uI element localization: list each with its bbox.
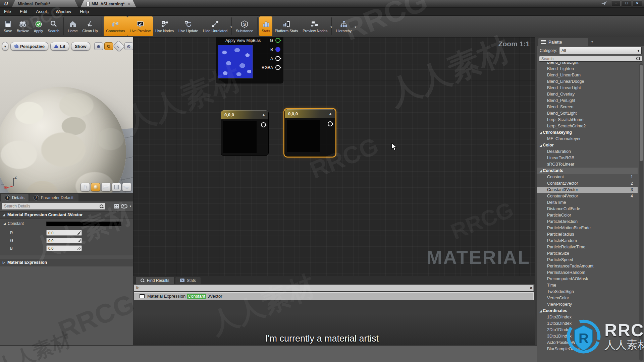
constant3vector-node-selected[interactable]: 0,0,0 ▲: [284, 109, 335, 157]
node-header[interactable]: 0,0,0 ▲: [221, 110, 268, 119]
tab-find-results[interactable]: Find Results: [136, 277, 174, 284]
lit-button[interactable]: Lit: [50, 42, 69, 51]
palette-item[interactable]: ◢Lerp_ScratchGrime: [537, 117, 638, 123]
palette-item[interactable]: ◢PrecomputedAOMask: [537, 276, 638, 282]
scrollbar-thumb[interactable]: [640, 65, 643, 161]
material-graph-canvas[interactable]: Zoom 1:1 MATERIAL Apply View MipBias G B…: [133, 37, 535, 276]
palette-item[interactable]: ◢ParticleRadius: [537, 231, 638, 238]
palette-item[interactable]: ◢LinearTosRGB: [537, 155, 638, 161]
palette-item[interactable]: ◢ParticleSize: [537, 250, 638, 257]
live-update-button[interactable]: Live Update: [176, 16, 201, 36]
tab-palette[interactable]: Palette: [538, 38, 588, 46]
palette-item[interactable]: ◢Blend_HardLight: [537, 62, 638, 66]
palette-item[interactable]: ◢Blend_PinLight: [537, 98, 638, 104]
rotate-tool-button[interactable]: ↻: [104, 42, 113, 50]
tab-mm-aslearning[interactable]: MM_ASLearning* ×: [80, 0, 136, 7]
teapot-shape-button[interactable]: [122, 183, 131, 191]
connectors-button[interactable]: Connectors: [104, 16, 127, 36]
output-pin[interactable]: [261, 122, 266, 127]
palette-item[interactable]: ◢Desaturation: [537, 148, 638, 155]
minimize-button[interactable]: −: [611, 0, 621, 6]
close-button[interactable]: ×: [633, 0, 642, 6]
home-button[interactable]: Home: [65, 16, 80, 36]
chevron-down-icon[interactable]: ▾: [355, 25, 356, 29]
section-header-constant3vector[interactable]: ◢ Material Expression Constant 3Vector: [0, 211, 133, 219]
menu-window[interactable]: Window: [56, 9, 71, 14]
palette-item[interactable]: ◢ViewProperty: [537, 301, 638, 308]
b-value-field[interactable]: 0.0: [46, 245, 82, 251]
menu-edit[interactable]: Edit: [20, 9, 27, 14]
sphere-shape-button[interactable]: [91, 183, 100, 191]
palette-item[interactable]: ◢PerInstanceFadeAmount: [537, 263, 638, 269]
node-header[interactable]: 0,0,0 ▲: [285, 109, 335, 118]
chevron-down-icon[interactable]: ▾: [230, 25, 232, 29]
cube-shape-button[interactable]: [112, 183, 121, 191]
palette-item[interactable]: ◢ParticleRandom: [537, 238, 638, 244]
find-results-search-input[interactable]: [134, 285, 534, 291]
hierarchy-button[interactable]: Hierarchy ▾: [333, 16, 354, 36]
palette-item[interactable]: ◢ParticleRelativeTime: [537, 244, 638, 250]
palette-item[interactable]: ◢Constant2Vector 2: [537, 180, 638, 187]
palette-item[interactable]: ◢Blend_SoftLight: [537, 110, 638, 117]
details-search-input[interactable]: [2, 203, 105, 210]
show-button[interactable]: Show: [71, 42, 90, 51]
palette-item[interactable]: ◢Blend_Screen: [537, 104, 638, 110]
tab-details[interactable]: i Details: [1, 194, 29, 201]
chevron-down-icon[interactable]: ▾: [129, 204, 131, 208]
palette-item[interactable]: ◢Time: [537, 282, 638, 289]
palette-scrollbar[interactable]: [639, 63, 643, 361]
tab-close-icon[interactable]: ×: [128, 2, 130, 6]
texture-sample-node[interactable]: Apply View MipBias G B A RGBA: [216, 37, 283, 83]
color-swatch[interactable]: [46, 222, 121, 226]
menu-help[interactable]: Help: [80, 9, 89, 14]
tab-minimal-default[interactable]: Minimal_Default*: [12, 0, 78, 7]
g-value-field[interactable]: 0.0: [46, 238, 82, 243]
palette-item[interactable]: ◢ParticleMotionBlurFade: [537, 225, 638, 231]
world-space-button[interactable]: ⊙: [124, 42, 133, 50]
tab-parameter-defaults[interactable]: i Parameter Default:: [30, 194, 79, 201]
collapse-node-icon[interactable]: ▲: [262, 113, 265, 116]
palette-item[interactable]: ◢ParticleDirection: [537, 219, 638, 225]
palette-item[interactable]: ◢Coordinates: [537, 308, 638, 314]
palette-item[interactable]: ◢Constant3Vector 3: [537, 187, 638, 193]
palette-item[interactable]: ◢Color: [537, 142, 638, 148]
stats-button[interactable]: Stats: [259, 16, 272, 36]
hide-unrelated-button[interactable]: Hide Unrelated ▾: [201, 16, 230, 36]
maximize-button[interactable]: □: [622, 0, 631, 6]
output-pin-rgba[interactable]: [275, 65, 280, 70]
move-tool-button[interactable]: ⊕: [94, 42, 103, 50]
perspective-button[interactable]: Perspective: [10, 42, 48, 51]
spinner-icon[interactable]: [77, 231, 80, 235]
palette-item[interactable]: ◢Constants: [537, 168, 638, 174]
palette-item[interactable]: ◢ParticleSpeed: [537, 257, 638, 263]
palette-item[interactable]: ◢Blend_Overlay: [537, 91, 638, 98]
palette-item[interactable]: ◢DeltaTime: [537, 199, 638, 206]
spinner-icon[interactable]: [77, 239, 80, 242]
scale-tool-button[interactable]: ↔: [113, 40, 124, 52]
preview-nodes-button[interactable]: Preview Nodes ▾: [300, 16, 330, 36]
search-button[interactable]: Search: [45, 16, 62, 36]
browse-button[interactable]: Browse: [14, 16, 32, 36]
chevron-down-icon[interactable]: ▾: [591, 40, 593, 44]
palette-item[interactable]: ◢Blend_LinearDodge: [537, 78, 638, 85]
tab-stats[interactable]: > Stats: [175, 277, 201, 284]
palette-item[interactable]: ◢Chromakeying: [537, 129, 638, 136]
chevron-down-icon[interactable]: ▾: [330, 25, 332, 29]
palette-item[interactable]: ◢Constant 1: [537, 174, 638, 180]
palette-item[interactable]: ◢VertexColor: [537, 295, 638, 301]
output-pin-b[interactable]: [275, 47, 280, 52]
eye-icon[interactable]: [121, 204, 127, 208]
palette-item[interactable]: ◢ParticleColor: [537, 212, 638, 219]
output-pin-g[interactable]: [275, 38, 280, 43]
palette-item[interactable]: ◢DistanceCullFade: [537, 206, 638, 212]
output-pin[interactable]: [328, 121, 333, 126]
menu-file[interactable]: File: [4, 9, 11, 14]
live-preview-button[interactable]: Live Preview: [127, 16, 153, 36]
constant3vector-node[interactable]: 0,0,0 ▲: [221, 110, 269, 156]
palette-item[interactable]: ◢PerInstanceRandom: [537, 269, 638, 276]
palette-item[interactable]: ◢Lerp_ScratchGrime2: [537, 123, 638, 129]
category-dropdown[interactable]: All ▾: [559, 47, 642, 54]
save-button[interactable]: Save: [1, 16, 14, 36]
cylinder-shape-button[interactable]: [80, 183, 90, 191]
palette-item[interactable]: ◢TwoSidedSign: [537, 289, 638, 295]
